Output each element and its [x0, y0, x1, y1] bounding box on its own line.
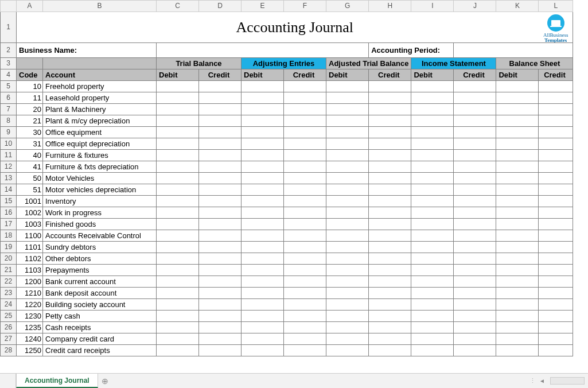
account-cell[interactable]: Cash receipts — [43, 322, 157, 333]
cell[interactable] — [454, 333, 496, 345]
cell[interactable] — [369, 104, 411, 115]
cell[interactable] — [539, 242, 573, 253]
cell[interactable] — [199, 207, 242, 219]
cell[interactable] — [284, 81, 326, 92]
cell[interactable] — [242, 322, 284, 333]
cell[interactable] — [326, 345, 369, 356]
cell[interactable] — [199, 150, 242, 161]
row-header[interactable]: 6 — [1, 92, 17, 104]
cell[interactable] — [284, 219, 326, 230]
cell[interactable] — [157, 333, 199, 345]
cell[interactable] — [199, 127, 242, 138]
cell[interactable] — [242, 196, 284, 207]
cell[interactable] — [539, 196, 573, 207]
cell[interactable] — [242, 184, 284, 196]
row-header[interactable]: 4 — [1, 69, 17, 81]
cell[interactable] — [326, 161, 369, 173]
cell[interactable] — [199, 253, 242, 265]
code-cell[interactable]: 20 — [17, 104, 43, 115]
cell[interactable] — [369, 265, 411, 276]
cell[interactable] — [284, 345, 326, 356]
cell[interactable] — [199, 276, 242, 288]
cell[interactable] — [369, 138, 411, 150]
code-cell[interactable]: 1200 — [17, 276, 43, 288]
cell[interactable] — [242, 127, 284, 138]
account-cell[interactable]: Freehold property — [43, 81, 157, 92]
account-cell[interactable]: Bank current account — [43, 276, 157, 288]
cell[interactable] — [496, 230, 539, 242]
code-cell[interactable]: 1250 — [17, 345, 43, 356]
cell[interactable] — [496, 253, 539, 265]
cell[interactable] — [454, 311, 496, 322]
cell[interactable] — [326, 127, 369, 138]
row-header[interactable]: 27 — [1, 333, 17, 345]
cell[interactable] — [199, 219, 242, 230]
cell[interactable] — [199, 242, 242, 253]
account-cell[interactable]: Furniture & fixtures — [43, 150, 157, 161]
cell[interactable] — [454, 115, 496, 127]
cell[interactable] — [539, 288, 573, 299]
cell[interactable] — [199, 184, 242, 196]
row-header[interactable]: 24 — [1, 299, 17, 311]
row-header[interactable]: 10 — [1, 138, 17, 150]
row-header[interactable]: 11 — [1, 150, 17, 161]
cell[interactable] — [496, 345, 539, 356]
cell[interactable] — [284, 207, 326, 219]
cell[interactable] — [326, 322, 369, 333]
row-header[interactable]: 19 — [1, 242, 17, 253]
col-header[interactable]: B — [43, 1, 157, 12]
cell[interactable] — [199, 299, 242, 311]
cell[interactable] — [157, 219, 199, 230]
cell[interactable] — [369, 345, 411, 356]
cell[interactable] — [199, 345, 242, 356]
cell[interactable] — [369, 219, 411, 230]
row-header[interactable]: 1 — [1, 12, 17, 43]
cell[interactable] — [326, 230, 369, 242]
cell[interactable] — [411, 299, 454, 311]
cell[interactable] — [242, 207, 284, 219]
cell[interactable] — [326, 242, 369, 253]
cell[interactable] — [242, 138, 284, 150]
row-header[interactable]: 28 — [1, 345, 17, 356]
cell[interactable] — [326, 115, 369, 127]
accounting-period-input[interactable] — [454, 43, 573, 58]
cell[interactable] — [454, 288, 496, 299]
cell[interactable] — [284, 115, 326, 127]
cell[interactable] — [454, 253, 496, 265]
cell[interactable] — [539, 92, 573, 104]
cell[interactable] — [157, 276, 199, 288]
cell[interactable] — [539, 138, 573, 150]
cell[interactable] — [326, 81, 369, 92]
code-cell[interactable]: 1240 — [17, 333, 43, 345]
cell[interactable] — [411, 207, 454, 219]
cell[interactable] — [539, 104, 573, 115]
sheet-tab-active[interactable]: Accounting Journal — [16, 374, 98, 388]
cell[interactable] — [284, 196, 326, 207]
row-header[interactable]: 5 — [1, 81, 17, 92]
cell[interactable] — [242, 242, 284, 253]
cell[interactable] — [157, 322, 199, 333]
cell[interactable] — [496, 104, 539, 115]
cell[interactable] — [369, 322, 411, 333]
cell[interactable] — [242, 115, 284, 127]
cell[interactable] — [242, 104, 284, 115]
cell[interactable] — [454, 127, 496, 138]
cell[interactable] — [157, 115, 199, 127]
cell[interactable] — [411, 242, 454, 253]
cell[interactable] — [496, 138, 539, 150]
cell[interactable] — [326, 150, 369, 161]
cell[interactable] — [454, 219, 496, 230]
cell[interactable] — [284, 311, 326, 322]
cell[interactable] — [157, 207, 199, 219]
cell[interactable] — [284, 150, 326, 161]
cell[interactable] — [199, 311, 242, 322]
cell[interactable] — [411, 138, 454, 150]
code-cell[interactable]: 1102 — [17, 253, 43, 265]
account-cell[interactable]: Inventory — [43, 196, 157, 207]
code-cell[interactable]: 11 — [17, 92, 43, 104]
scroll-left-button[interactable]: ◄ — [538, 377, 547, 386]
col-header[interactable]: A — [17, 1, 43, 12]
cell[interactable] — [157, 92, 199, 104]
col-header[interactable]: F — [284, 1, 326, 12]
cell[interactable] — [326, 276, 369, 288]
